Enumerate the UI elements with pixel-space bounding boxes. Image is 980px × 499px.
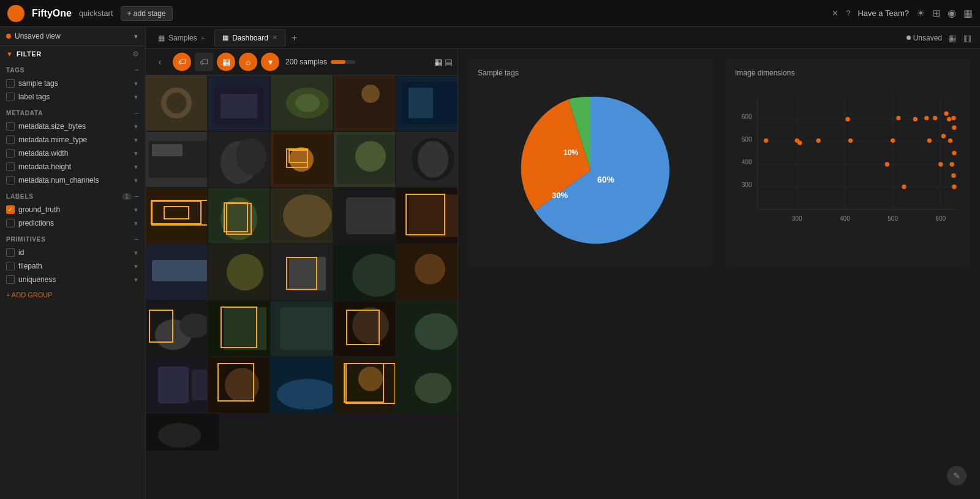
dashboard-panel: Sample tags 60% bbox=[458, 49, 980, 499]
grid-image[interactable] bbox=[271, 357, 332, 413]
add-stage-button[interactable]: + add stage bbox=[121, 6, 173, 21]
grid-icon[interactable]: ⊞ bbox=[932, 7, 940, 19]
help-icon[interactable]: ? bbox=[846, 9, 850, 18]
grid-image[interactable] bbox=[396, 132, 458, 187]
sidebar-item-id[interactable]: id ▼ bbox=[0, 246, 145, 259]
sidebar-item-height[interactable]: metadata.height ▼ bbox=[0, 160, 145, 173]
grid-image[interactable] bbox=[334, 188, 395, 243]
grid-image[interactable] bbox=[208, 132, 270, 187]
grid-image[interactable] bbox=[146, 188, 207, 243]
samples-tab-label: Samples bbox=[168, 34, 197, 42]
svg-point-92 bbox=[938, 162, 943, 166]
primitives-collapse-icon[interactable]: − bbox=[134, 235, 139, 243]
sidebar-item-label-tags[interactable]: label tags ▼ bbox=[0, 90, 145, 104]
grid-image[interactable] bbox=[271, 75, 332, 131]
view-toggle: ▦ ▥ bbox=[944, 31, 975, 45]
label-filter-button[interactable]: 🏷 bbox=[195, 53, 213, 71]
sidebar-item-num-channels[interactable]: metadata.num_channels ▼ bbox=[0, 173, 145, 187]
svg-point-83 bbox=[848, 139, 853, 143]
svg-point-20 bbox=[418, 141, 448, 178]
uniqueness-expand-icon: ▼ bbox=[133, 276, 139, 283]
have-team-label: Have a Team? bbox=[858, 9, 909, 18]
more-button[interactable]: ▾ bbox=[261, 53, 279, 71]
label-tags-checkbox[interactable] bbox=[6, 93, 15, 101]
sidebar-item-width[interactable]: metadata.width ▼ bbox=[0, 147, 145, 160]
dashboard-grid: Sample tags 60% bbox=[468, 59, 970, 266]
dashboard-tab-close-icon[interactable]: ✕ bbox=[272, 34, 277, 42]
labels-collapse-icon[interactable]: − bbox=[134, 192, 139, 200]
samples-tab-add-icon[interactable]: + bbox=[201, 34, 205, 42]
height-checkbox[interactable] bbox=[6, 162, 15, 171]
add-group-button[interactable]: + ADD GROUP bbox=[0, 286, 145, 303]
grid-image[interactable] bbox=[146, 301, 207, 356]
view-selector[interactable]: Unsaved view ▼ bbox=[0, 27, 145, 46]
filter-gear-icon[interactable]: ⚙ bbox=[132, 50, 139, 58]
grid-image[interactable] bbox=[396, 245, 458, 300]
grid-image[interactable] bbox=[271, 132, 332, 187]
grid-image[interactable] bbox=[334, 75, 395, 131]
uniqueness-checkbox[interactable] bbox=[6, 275, 15, 284]
grid-image[interactable] bbox=[146, 245, 207, 300]
compass-button[interactable]: ✎ bbox=[947, 466, 967, 486]
grid-image[interactable] bbox=[396, 188, 458, 243]
mime-type-checkbox[interactable] bbox=[6, 135, 15, 144]
sun-icon[interactable]: ☀ bbox=[916, 7, 925, 19]
grid-image[interactable] bbox=[334, 357, 395, 413]
grid-image[interactable] bbox=[334, 301, 395, 356]
grid-image[interactable] bbox=[271, 188, 332, 243]
width-checkbox[interactable] bbox=[6, 149, 15, 158]
grid-image[interactable] bbox=[208, 357, 270, 413]
gallery-button[interactable]: ▦ bbox=[217, 53, 235, 71]
svg-point-101 bbox=[952, 126, 956, 130]
github-icon[interactable]: ◉ bbox=[948, 7, 956, 19]
tab-samples[interactable]: ▦ Samples + bbox=[151, 30, 212, 46]
size-bytes-checkbox[interactable] bbox=[6, 122, 15, 131]
grid-layout-button[interactable]: ▦ bbox=[434, 57, 442, 67]
grid-image[interactable] bbox=[208, 301, 270, 356]
sidebar-item-predictions[interactable]: predictions ▼ bbox=[0, 216, 145, 230]
search-button[interactable]: ⌕ bbox=[239, 53, 257, 71]
metadata-collapse-icon[interactable]: − bbox=[134, 109, 139, 117]
grid-image[interactable] bbox=[146, 75, 207, 131]
ground-truth-checkbox[interactable] bbox=[6, 205, 15, 214]
sidebar-item-filepath[interactable]: filepath ▼ bbox=[0, 259, 145, 273]
grid-image[interactable] bbox=[208, 245, 270, 300]
progress-area bbox=[331, 60, 355, 64]
num-channels-checkbox[interactable] bbox=[6, 176, 15, 185]
sidebar-item-mime-type[interactable]: metadata.mime_type ▼ bbox=[0, 133, 145, 147]
y-label-300: 300 bbox=[742, 181, 752, 188]
grid-image[interactable] bbox=[271, 245, 332, 300]
tag-button[interactable]: 🏷 bbox=[173, 53, 191, 71]
split-view-button[interactable]: ▥ bbox=[961, 32, 974, 44]
predictions-checkbox[interactable] bbox=[6, 219, 15, 227]
grid-image[interactable] bbox=[146, 414, 458, 451]
ground-truth-label: ground_truth bbox=[18, 205, 129, 214]
grid-image[interactable] bbox=[396, 301, 458, 356]
filepath-checkbox[interactable] bbox=[6, 262, 15, 270]
sidebar-item-sample-tags[interactable]: sample tags ▼ bbox=[0, 77, 145, 90]
svg-point-90 bbox=[927, 139, 932, 143]
grid-image[interactable] bbox=[146, 132, 207, 187]
y-label-500: 500 bbox=[742, 136, 752, 143]
grid-view-button[interactable]: ▦ bbox=[946, 32, 959, 44]
list-layout-button[interactable]: ▤ bbox=[445, 57, 453, 67]
prev-button[interactable]: ‹ bbox=[151, 53, 169, 71]
add-tab-button[interactable]: + bbox=[288, 32, 301, 44]
tab-dashboard[interactable]: ▦ Dashboard ✕ bbox=[214, 29, 285, 47]
sidebar-item-size-bytes[interactable]: metadata.size_bytes ▼ bbox=[0, 120, 145, 133]
sidebar-item-uniqueness[interactable]: uniqueness ▼ bbox=[0, 273, 145, 286]
grid-image[interactable] bbox=[146, 357, 207, 413]
grid-image[interactable] bbox=[334, 132, 395, 187]
layout-icon[interactable]: ▦ bbox=[963, 7, 973, 19]
sample-tags-checkbox[interactable] bbox=[6, 79, 15, 88]
grid-image[interactable] bbox=[334, 245, 395, 300]
grid-image[interactable] bbox=[396, 357, 458, 413]
grid-image[interactable] bbox=[208, 188, 270, 243]
grid-image[interactable] bbox=[396, 75, 458, 131]
tags-collapse-icon[interactable]: − bbox=[134, 66, 139, 74]
sidebar-item-ground-truth[interactable]: ground_truth ▼ bbox=[0, 203, 145, 216]
grid-image[interactable] bbox=[271, 301, 332, 356]
id-checkbox[interactable] bbox=[6, 248, 15, 257]
close-icon[interactable]: ✕ bbox=[832, 9, 839, 18]
grid-image[interactable] bbox=[208, 75, 270, 131]
